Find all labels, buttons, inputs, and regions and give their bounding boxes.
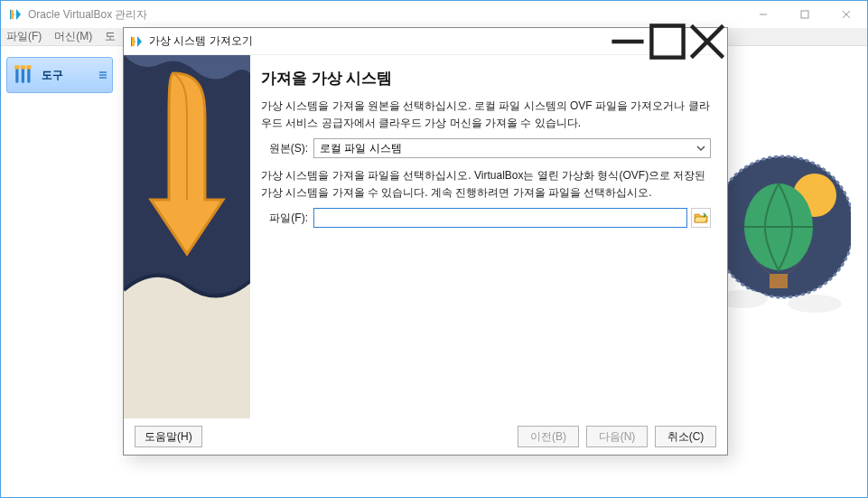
folder-open-icon <box>694 211 708 225</box>
svg-rect-8 <box>14 65 19 69</box>
svg-rect-0 <box>11 10 14 19</box>
svg-rect-26 <box>651 25 683 57</box>
virtualbox-logo-icon <box>129 34 144 49</box>
svg-rect-2 <box>801 11 808 18</box>
source-select-value: 로컬 파일 시스템 <box>320 141 402 156</box>
svg-rect-7 <box>27 67 30 82</box>
dialog-title: 가상 시스템 가져오기 <box>149 33 253 49</box>
svg-rect-10 <box>26 65 31 69</box>
dialog-paragraph-2: 가상 시스템을 가져올 파일을 선택하십시오. VirtualBox는 열린 가… <box>261 167 711 201</box>
dialog-main: 가져올 가상 시스템 가상 시스템을 가져올 원본을 선택하십시오. 로컬 파일… <box>250 55 727 418</box>
tools-button-label: 도구 <box>42 68 63 83</box>
svg-rect-5 <box>15 67 18 82</box>
svg-rect-19 <box>770 274 788 288</box>
file-label: 파일(F): <box>261 211 308 226</box>
main-titlebar: Oracle VirtualBox 관리자 <box>1 1 867 28</box>
dialog-body: 가져올 가상 시스템 가상 시스템을 가져올 원본을 선택하십시오. 로컬 파일… <box>124 55 727 418</box>
welcome-illustration <box>706 109 851 344</box>
cancel-button[interactable]: 취소(C) <box>655 426 716 447</box>
file-input[interactable] <box>313 208 687 228</box>
sidebar: 도구 <box>1 46 118 497</box>
back-button[interactable]: 이전(B) <box>518 426 579 447</box>
source-select[interactable]: 로컬 파일 시스템 <box>313 138 711 158</box>
svg-point-23 <box>788 295 842 313</box>
dialog-heading: 가져올 가상 시스템 <box>261 68 711 89</box>
dialog-footer: 도움말(H) 이전(B) 다음(N) 취소(C) <box>124 418 727 455</box>
chevron-down-icon <box>695 143 706 154</box>
main-maximize-button[interactable] <box>784 1 826 28</box>
dialog-close-button[interactable] <box>687 28 727 55</box>
browse-file-button[interactable] <box>691 208 711 228</box>
dialog-minimize-button[interactable] <box>608 28 648 55</box>
main-window-title: Oracle VirtualBox 관리자 <box>28 7 148 23</box>
main-minimize-button[interactable] <box>742 1 784 28</box>
menu-machine[interactable]: 머신(M) <box>54 29 92 44</box>
help-button[interactable]: 도움말(H) <box>135 426 202 447</box>
menu-file[interactable]: 파일(F) <box>6 29 42 44</box>
tools-icon <box>13 63 36 87</box>
source-label: 원본(S): <box>261 141 308 156</box>
dialog-titlebar: 가상 시스템 가져오기 <box>124 28 727 55</box>
svg-rect-9 <box>21 65 25 69</box>
next-button[interactable]: 다음(N) <box>586 426 648 447</box>
svg-rect-24 <box>132 37 135 46</box>
dialog-paragraph-1: 가상 시스템을 가져올 원본을 선택하십시오. 로컬 파일 시스템의 OVF 파… <box>261 98 711 131</box>
import-appliance-dialog: 가상 시스템 가져오기 가져올 가상 시스템 가상 시스템을 가져올 원본을 선… <box>123 27 728 456</box>
virtualbox-logo-icon <box>8 7 23 22</box>
tools-button[interactable]: 도구 <box>6 57 113 93</box>
main-close-button[interactable] <box>826 1 867 28</box>
dialog-maximize-button[interactable] <box>648 28 687 55</box>
main-window: Oracle VirtualBox 관리자 파일(F) 머신(M) 도 도구 <box>0 0 868 498</box>
svg-rect-6 <box>22 67 24 82</box>
menu-help-truncated[interactable]: 도 <box>105 29 116 44</box>
dialog-side-illustration <box>124 55 250 418</box>
menu-indicator-icon <box>98 70 108 80</box>
